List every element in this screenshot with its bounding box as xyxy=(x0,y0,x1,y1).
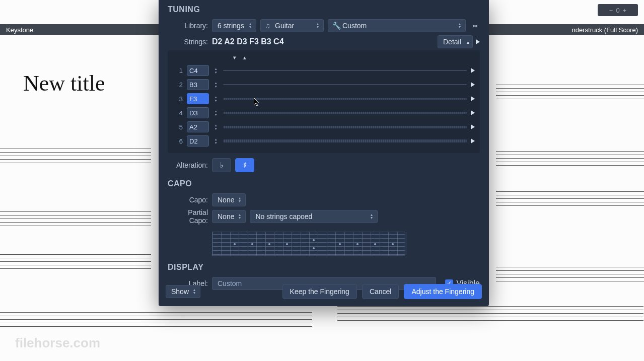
string-note-input[interactable]: A2 xyxy=(187,121,209,132)
watermark: filehorse.com xyxy=(15,335,100,351)
wrench-icon: 🔧 xyxy=(332,22,341,30)
string-number: 3 xyxy=(171,95,183,103)
note-stepper[interactable]: ▴▾ xyxy=(213,95,219,102)
string-note-input[interactable]: F3 xyxy=(187,93,209,104)
play-string-icon[interactable] xyxy=(471,138,475,143)
tab-name-left[interactable]: Keystone xyxy=(6,26,33,34)
string-row: 2 B3 ▴▾ xyxy=(171,78,475,92)
cancel-label: Cancel xyxy=(370,287,392,296)
capo-select[interactable]: None xyxy=(212,193,246,206)
partial-capo-strings-value: No strings capoed xyxy=(255,212,312,221)
all-up-icon[interactable]: ▴ xyxy=(240,53,249,61)
caret-up-icon: ▴ xyxy=(467,39,469,45)
staff-dummy xyxy=(0,211,151,229)
note-stepper[interactable]: ▴▾ xyxy=(213,81,219,88)
library-label: Library: xyxy=(168,22,208,30)
tuning-heading: TUNING xyxy=(168,0,480,17)
string-row: 4 D3 ▴▾ xyxy=(171,106,475,120)
staff-dummy xyxy=(496,191,644,209)
play-string-icon[interactable] xyxy=(471,96,475,101)
show-select[interactable]: Show xyxy=(166,285,200,298)
string-gauge xyxy=(223,126,467,128)
capo-label: Capo: xyxy=(168,196,208,204)
string-gauge xyxy=(223,139,467,142)
all-down-icon[interactable]: ▾ xyxy=(230,53,239,61)
display-heading: DISPLAY xyxy=(168,258,480,275)
transpose-value: 0 xyxy=(616,7,619,14)
instrument-value: Guitar xyxy=(275,22,294,30)
adjust-label: Adjust the Fingering xyxy=(411,287,474,296)
sharp-button[interactable]: ♯ xyxy=(235,158,254,172)
keep-fingering-button[interactable]: Keep the Fingering xyxy=(282,284,357,299)
preset-select[interactable]: 🔧 Custom xyxy=(328,19,466,32)
staff-dummy xyxy=(496,267,644,284)
staff-dummy xyxy=(0,149,151,166)
strings-value: D2 A2 D3 F3 B3 C4 xyxy=(212,37,284,46)
partial-capo-strings-select[interactable]: No strings capoed xyxy=(250,210,378,223)
staff-dummy xyxy=(496,85,644,102)
adjust-fingering-button[interactable]: Adjust the Fingering xyxy=(404,284,482,299)
string-gauge xyxy=(223,98,467,100)
partial-capo-value: None xyxy=(218,212,234,221)
play-string-icon[interactable] xyxy=(471,124,475,129)
dialog-footer: Show Keep the Fingering Cancel Adjust th… xyxy=(166,284,482,299)
staff-dummy xyxy=(337,306,643,324)
chevron-updown-icon xyxy=(192,288,197,295)
library-value: 6 strings xyxy=(218,22,244,30)
chevron-updown-icon xyxy=(369,213,374,220)
string-note-input[interactable]: C4 xyxy=(187,65,209,76)
string-number: 2 xyxy=(171,81,183,89)
detail-label: Detail xyxy=(443,38,461,46)
note-stepper[interactable]: ▴▾ xyxy=(213,137,219,145)
string-note-input[interactable]: D3 xyxy=(187,107,209,118)
instrument-select[interactable]: ♫ Guitar xyxy=(260,19,324,32)
partial-capo-select[interactable]: None xyxy=(212,210,246,223)
note-stepper[interactable]: ▴▾ xyxy=(213,123,219,130)
flat-button[interactable]: ♭ xyxy=(212,158,231,172)
string-gauge xyxy=(223,84,467,85)
string-row: 6 D2 ▴▾ xyxy=(171,134,475,148)
plus-icon[interactable]: + xyxy=(623,7,627,14)
string-note-input[interactable]: B3 xyxy=(187,79,209,90)
fretboard-diagram[interactable] xyxy=(212,232,405,256)
transpose-widget[interactable]: − 0 + xyxy=(598,4,638,16)
note-stepper[interactable]: ▴▾ xyxy=(213,109,219,116)
string-note-input[interactable]: D2 xyxy=(187,135,209,147)
string-row: 1 C4 ▴▾ xyxy=(171,63,475,78)
string-gauge xyxy=(223,70,467,71)
strings-editor: ▾ ▴ 1 C4 ▴▾ 2 B3 ▴▾ 3 F3 ▴▾ 4 D3 ▴▾ xyxy=(168,50,480,153)
tuning-dialog: TUNING Library: 6 strings ♫ Guitar 🔧 Cus… xyxy=(159,0,489,306)
chevron-updown-icon xyxy=(315,22,320,29)
play-string-icon[interactable] xyxy=(471,110,475,115)
library-select[interactable]: 6 strings xyxy=(212,19,256,32)
string-gauge xyxy=(223,112,467,114)
flat-icon: ♭ xyxy=(220,161,224,170)
score-title[interactable]: New title xyxy=(23,70,105,96)
alteration-label: Alteration: xyxy=(168,161,208,169)
minus-icon[interactable]: − xyxy=(609,7,613,14)
tab-name-right[interactable]: nderstruck (Full Score) xyxy=(572,26,638,34)
staff-dummy xyxy=(0,312,312,330)
preset-value: Custom xyxy=(342,22,367,30)
string-row: 3 F3 ▴▾ xyxy=(171,92,475,106)
string-note: D3 xyxy=(189,109,198,117)
string-number: 5 xyxy=(171,123,183,131)
kebab-menu[interactable] xyxy=(470,19,480,32)
note-stepper[interactable]: ▴▾ xyxy=(213,67,219,74)
string-row: 5 A2 ▴▾ xyxy=(171,120,475,134)
string-number: 6 xyxy=(171,137,183,145)
string-note: C4 xyxy=(189,67,198,75)
detail-toggle[interactable]: Detail ▴ xyxy=(438,35,473,48)
strings-label: Strings: xyxy=(168,38,208,46)
show-label: Show xyxy=(171,287,189,296)
guitar-icon: ♫ xyxy=(265,22,270,30)
play-string-icon[interactable] xyxy=(471,82,475,87)
cancel-button[interactable]: Cancel xyxy=(362,284,399,299)
capo-value: None xyxy=(218,196,234,204)
string-note: F3 xyxy=(189,95,197,103)
string-number: 1 xyxy=(171,67,183,75)
partial-capo-label: Partial Capo: xyxy=(168,208,208,225)
play-string-icon[interactable] xyxy=(471,68,475,73)
play-all-icon[interactable] xyxy=(476,39,480,44)
staff-dummy xyxy=(496,151,644,169)
